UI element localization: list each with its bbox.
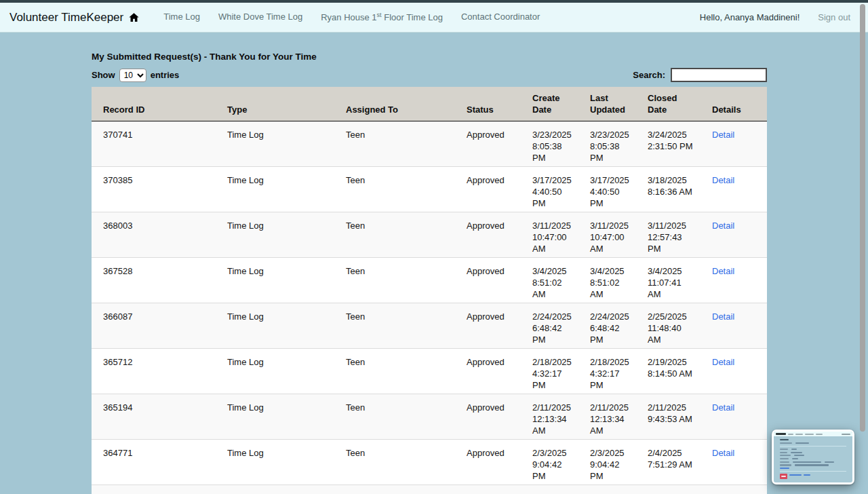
type-cell: Time Log [216,167,334,212]
detail-link[interactable]: Detail [712,402,734,413]
last-updated-cell: 2/11/202512:13:34 AM [578,394,636,440]
detail-link[interactable]: Detail [712,221,734,231]
vertical-scrollbar[interactable] [860,4,865,432]
page-title: My Submitted Request(s) - Thank You for … [92,52,767,62]
column-header[interactable]: Record ID [92,87,216,121]
mini-page-body [780,439,846,479]
record-id-cell: 365194 [92,394,216,440]
column-header[interactable]: CreateDate [521,87,578,121]
assigned-to-cell: Teen [334,167,455,212]
type-cell: Time Log [216,440,334,485]
create-date-cell: 1/26/20257:41:00 PM [521,485,578,494]
last-updated-cell: 2/24/20256:48:42 PM [578,303,636,349]
page-size-select[interactable]: 10 [119,69,146,82]
create-date-cell: 2/11/202512:13:34 AM [521,394,578,440]
status-cell: Approved [455,485,521,494]
last-updated-cell: 3/11/202510:47:00 AM [578,212,636,258]
record-id-cell: 368003 [92,212,216,258]
assigned-to-cell: Teen [334,303,455,349]
table-row: 368003Time LogTeenApproved3/11/202510:47… [92,212,767,258]
nav-item[interactable]: Contact Coordinator [461,12,540,22]
status-cell: Approved [455,349,521,394]
type-cell: Time Log [216,303,334,349]
requests-table: Record IDTypeAssigned ToStatusCreateDate… [92,87,767,494]
type-cell: Time Log [216,258,334,303]
mini-navbar [774,432,852,436]
table-row: 364294Time LogTeenApproved1/26/20257:41:… [92,485,767,494]
table-row: 365194Time LogTeenApproved2/11/202512:13… [92,394,767,440]
column-header[interactable]: LastUpdated [578,87,636,121]
entries-label: entries [151,70,180,80]
record-id-cell: 367528 [92,258,216,303]
status-cell: Approved [455,167,521,212]
user-greeting: Hello, Ananya Maddineni! [700,12,800,22]
table-row: 370741Time LogTeenApproved3/23/20258:05:… [92,121,767,167]
record-id-cell: 365712 [92,349,216,394]
detail-link[interactable]: Detail [712,175,734,185]
detail-link[interactable]: Detail [712,266,734,276]
navbar: Volunteer TimeKeeper Time LogWhite Dove … [0,3,868,33]
type-cell: Time Log [216,485,334,494]
screenshot-preview-content [774,432,852,482]
details-cell: Detail [701,167,767,212]
details-cell: Detail [701,303,767,349]
nav-item[interactable]: Ryan House 1st Floor Time Log [321,12,443,22]
table-row: 364771Time LogTeenApproved2/3/20259:04:4… [92,440,767,485]
table-row: 367528Time LogTeenApproved3/4/20258:51:0… [92,258,767,303]
column-header[interactable]: Type [216,87,334,121]
sign-out-link[interactable]: Sign out [818,12,850,22]
last-updated-cell: 3/4/20258:51:02 AM [578,258,636,303]
last-updated-cell: 2/18/20254:32:17 PM [578,349,636,394]
record-id-cell: 364294 [92,485,216,494]
table-row: 365712Time LogTeenApproved2/18/20254:32:… [92,349,767,394]
closed-date-cell: 3/18/20258:16:36 AM [636,167,701,212]
mini-pdf-icon [780,474,846,479]
column-header[interactable]: Details [701,87,767,121]
closed-date-cell: 3/11/202512:57:43 PM [636,212,701,258]
last-updated-cell: 1/26/20257:41:00 PM [578,485,636,494]
details-cell: Detail [701,121,767,167]
details-cell: Detail [701,258,767,303]
record-id-cell: 366087 [92,303,216,349]
create-date-cell: 3/23/20258:05:38 PM [521,121,578,167]
table-body: 370741Time LogTeenApproved3/23/20258:05:… [92,121,767,494]
type-cell: Time Log [216,349,334,394]
brand-title: Volunteer TimeKeeper [9,11,123,24]
assigned-to-cell: Teen [334,349,455,394]
details-cell: Detail [701,440,767,485]
closed-date-cell: 2/4/20257:51:29 AM [636,440,701,485]
screenshot-preview-thumbnail[interactable] [772,430,854,484]
search-label: Search: [633,70,665,80]
column-header[interactable]: ClosedDate [636,87,701,121]
record-id-cell: 370741 [92,121,216,167]
detail-link[interactable]: Detail [712,357,734,367]
detail-link[interactable]: Detail [712,311,734,322]
detail-link[interactable]: Detail [712,130,734,140]
column-header[interactable]: Assigned To [334,87,455,121]
table-row: 370385Time LogTeenApproved3/17/20254:40:… [92,167,767,212]
table-header-row: Record IDTypeAssigned ToStatusCreateDate… [92,87,767,121]
main-content: My Submitted Request(s) - Thank You for … [92,52,767,494]
status-cell: Approved [455,440,521,485]
status-cell: Approved [455,394,521,440]
search-input[interactable] [671,68,767,82]
closed-date-cell: 3/24/20252:31:50 PM [636,121,701,167]
table-controls: Show 10 entries Search: [92,68,767,82]
detail-link[interactable]: Detail [712,448,734,458]
details-cell: Detail [701,485,767,494]
column-header[interactable]: Status [455,87,521,121]
assigned-to-cell: Teen [334,485,455,494]
closed-date-cell: 2/19/20258:14:50 AM [636,349,701,394]
details-cell: Detail [701,212,767,258]
closed-date-cell: 1/28/20257:06:28 AM [636,485,701,494]
last-updated-cell: 2/3/20259:04:42 PM [578,440,636,485]
nav-item[interactable]: Time Log [163,12,200,22]
status-cell: Approved [455,303,521,349]
record-id-cell: 370385 [92,167,216,212]
search-control: Search: [633,68,767,82]
nav-item[interactable]: White Dove Time Log [218,12,302,22]
create-date-cell: 3/4/20258:51:02 AM [521,258,578,303]
assigned-to-cell: Teen [334,394,455,440]
brand-home-link[interactable]: Volunteer TimeKeeper [9,11,140,24]
home-icon [128,12,140,23]
